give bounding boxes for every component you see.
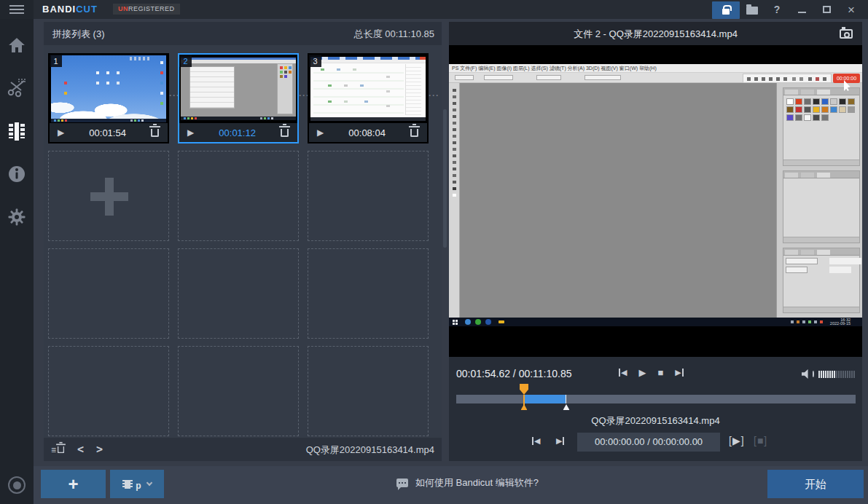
speaker-icon[interactable]: [802, 369, 810, 379]
volume-bar: [845, 371, 846, 378]
info-icon: [8, 165, 26, 183]
current-clip-filename: QQ录屏20220915163414.mp4: [449, 414, 862, 428]
swatch: [813, 98, 820, 105]
video-frame-desktop: PS 文件(F) 编辑(E) 图像(I) 图层(L) 选择(S) 滤镜(T) 分…: [449, 64, 862, 326]
next-frame-button[interactable]: ▶: [675, 368, 683, 377]
windows-start-icon: [453, 320, 455, 322]
sidebar-item-join[interactable]: [0, 115, 34, 147]
stop-button[interactable]: ■: [657, 367, 663, 378]
recording-toolbar: [743, 74, 832, 83]
clip-delete-button[interactable]: [410, 129, 418, 137]
start-button[interactable]: 开始: [767, 470, 864, 498]
volume-slider[interactable]: [818, 371, 856, 378]
preview-panel: 文件 2 - QQ录屏20220915163414.mp4 PS 文件(F) 编…: [449, 22, 862, 461]
maximize-icon: [823, 6, 831, 13]
minimize-button[interactable]: [789, 0, 814, 19]
list-scrollbar[interactable]: [443, 45, 447, 438]
gear-icon: [8, 208, 26, 226]
thumbnail-spreadsheet: [310, 57, 426, 121]
prev-frame-button[interactable]: ◀: [619, 368, 627, 377]
segment-start-handle[interactable]: [521, 404, 528, 410]
volume-bar: [849, 371, 851, 378]
swatch: [786, 106, 794, 113]
clip-number-badge: 1: [50, 55, 62, 67]
plus-icon: [90, 178, 128, 216]
snapshot-button[interactable]: [837, 27, 855, 40]
segment-end-button[interactable]: ▶: [556, 436, 564, 446]
sidebar-item-settings[interactable]: [0, 201, 34, 233]
selected-segment[interactable]: [524, 395, 566, 403]
sidebar-item-cut[interactable]: [0, 72, 34, 104]
open-file-button[interactable]: [740, 0, 765, 19]
segment-end-handle[interactable]: [563, 404, 570, 410]
playback-controls: ◀ ▶ ■ ▶: [619, 367, 684, 378]
menu-button[interactable]: [0, 0, 34, 19]
volume-bar: [825, 371, 826, 378]
add-file-button[interactable]: +: [41, 470, 106, 498]
empty-slot: [178, 151, 299, 241]
maximize-button[interactable]: [814, 0, 839, 19]
clip-number-badge: 3: [309, 55, 321, 67]
playback-time: 00:01:54.62 / 00:11:10.85: [456, 368, 572, 379]
tray-icons: [814, 320, 817, 323]
join-mode-button[interactable]: p: [110, 470, 164, 498]
clip-duration: 00:08:04: [324, 127, 410, 138]
swatch: [848, 106, 855, 113]
clip-duration: 00:01:12: [194, 127, 281, 138]
unregistered-badge: UNREGISTERED: [113, 4, 180, 15]
bandicut-window: BANDICUT UNREGISTERED ? ×: [0, 0, 868, 504]
swatch: [821, 106, 829, 113]
minimize-icon: [798, 12, 806, 13]
swatch: [804, 114, 811, 121]
clip-thumbnail: [309, 55, 427, 123]
clip-card-1[interactable]: 1 ▶ 00:01:54: [48, 53, 169, 143]
chevron-down-icon: [146, 480, 152, 486]
swatch: [821, 98, 829, 105]
taskbar-clock: 16:32 2022-09-15: [830, 318, 851, 326]
join-film-icon: [9, 122, 25, 141]
clip-play-button[interactable]: ▶: [58, 127, 64, 138]
clear-list-button[interactable]: ≡: [51, 446, 65, 454]
clip-card-3[interactable]: 3 ▶ 00:08:04: [308, 53, 429, 143]
playhead-marker[interactable]: [520, 384, 528, 395]
timeline-track[interactable]: [456, 395, 856, 403]
close-button[interactable]: ×: [839, 0, 864, 19]
video-preview: PS 文件(F) 编辑(E) 图像(I) 图层(L) 选择(S) 滤镜(T) 分…: [449, 45, 862, 357]
record-target-button[interactable]: [8, 476, 26, 494]
clip-delete-button[interactable]: [281, 129, 289, 137]
prev-page-button[interactable]: <: [77, 443, 84, 456]
clip-number-badge: 2: [179, 55, 192, 67]
segment-start-button[interactable]: ◀: [532, 436, 540, 446]
sidebar-item-home[interactable]: [0, 29, 34, 61]
volume-bar: [834, 371, 835, 378]
join-list-panel: 拼接列表 (3) 总长度 00:11:10.85 1 ▶ 00:01:54: [44, 22, 442, 461]
empty-slot: [308, 346, 429, 436]
ps-toolbox: [449, 83, 460, 318]
next-page-button[interactable]: >: [96, 443, 103, 456]
clip-thumbnail: [50, 55, 168, 123]
segment-time-display: 00:00:00.00 / 00:00:00.00: [577, 433, 720, 452]
add-clip-slot[interactable]: [48, 151, 169, 241]
clip-duration: 00:01:54: [64, 127, 151, 138]
clip-toolbar: ▶ 00:01:12: [179, 123, 297, 142]
film-icon: [122, 480, 133, 489]
chat-icon: [396, 479, 408, 487]
play-button[interactable]: ▶: [638, 367, 646, 378]
clip-play-button[interactable]: ▶: [317, 127, 324, 138]
logo-bandi: BANDI: [42, 4, 76, 15]
clip-delete-button[interactable]: [151, 129, 159, 137]
join-list-header: 拼接列表 (3) 总长度 00:11:10.85: [44, 22, 442, 45]
scrollbar-thumb[interactable]: [443, 109, 447, 248]
segment-play-button[interactable]: [▶]: [729, 435, 745, 446]
help-link[interactable]: 如何使用 Bandicut 编辑软件?: [396, 476, 539, 489]
volume-bar: [853, 371, 855, 378]
clip-card-2-selected[interactable]: 2 ▶ 00:01:12: [178, 53, 299, 143]
swatch: [821, 114, 829, 121]
total-duration: 总长度 00:11:10.85: [354, 28, 434, 41]
register-lock-button[interactable]: [712, 1, 740, 19]
ps-taskbar: 16:32 2022-09-15: [449, 318, 862, 326]
clip-play-button[interactable]: ▶: [187, 127, 194, 138]
sidebar-item-info[interactable]: [0, 158, 34, 190]
rec-timer-badge: 00:00:00: [833, 74, 860, 83]
help-button[interactable]: ?: [765, 0, 789, 19]
